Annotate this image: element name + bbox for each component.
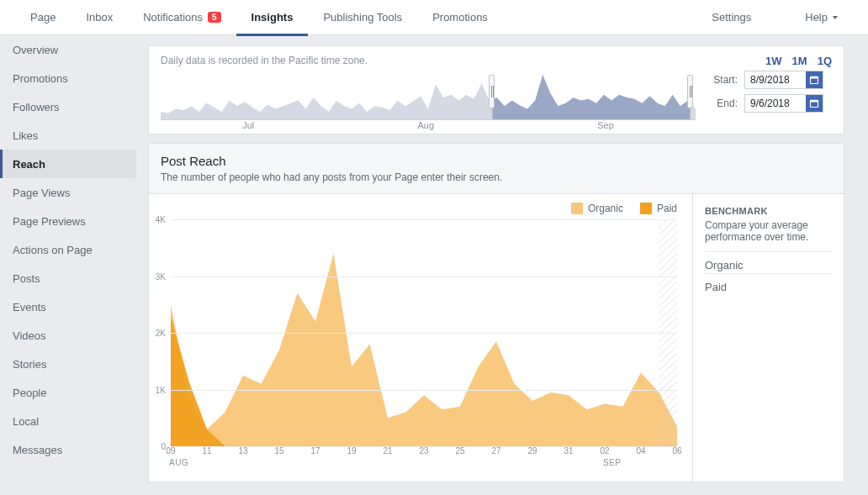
top-nav: PageInboxNotifications5InsightsPublishin… <box>0 0 868 35</box>
sidebar-item-overview[interactable]: Overview <box>0 35 136 64</box>
end-date-label: End: <box>706 97 738 109</box>
sidebar-item-actions-on-page[interactable]: Actions on Page <box>0 235 136 264</box>
sidebar-item-videos[interactable]: Videos <box>0 321 136 350</box>
chevron-down-icon <box>833 16 838 19</box>
range-handle-end[interactable] <box>687 75 693 108</box>
date-range-panel: Daily data is recorded in the Pacific ti… <box>148 45 844 134</box>
sidebar-item-local[interactable]: Local <box>0 407 136 435</box>
benchmark-title: BENCHMARK <box>705 206 832 216</box>
x-tick: 21 <box>383 446 392 456</box>
x-tick: 02 <box>600 446 609 456</box>
x-tick: 13 <box>238 446 247 456</box>
tab-insights[interactable]: Insights <box>236 0 309 35</box>
x-tick: 27 <box>491 446 500 456</box>
svg-rect-7 <box>811 100 818 102</box>
x-tick: 11 <box>202 446 211 456</box>
x-tick: 06 <box>672 446 681 456</box>
month-label: Aug <box>417 120 434 130</box>
x-tick: 31 <box>564 446 573 456</box>
month-label: Jul <box>242 120 254 130</box>
sidebar-item-posts[interactable]: Posts <box>0 264 136 292</box>
sidebar-item-followers[interactable]: Followers <box>0 92 136 121</box>
page-title: Post Reach <box>161 154 832 168</box>
tab-promotions[interactable]: Promotions <box>417 0 503 35</box>
sidebar-item-page-views[interactable]: Page Views <box>0 178 136 207</box>
y-tick: 3K <box>156 271 166 281</box>
x-month-label: AUG <box>169 458 188 467</box>
start-date-label: Start: <box>706 74 738 86</box>
svg-rect-5 <box>811 76 818 78</box>
start-date-input[interactable]: 8/9/2018 <box>744 71 823 89</box>
range-1q[interactable]: 1Q <box>818 55 832 67</box>
x-tick: 23 <box>419 446 428 456</box>
sidebar-item-events[interactable]: Events <box>0 292 136 321</box>
sidebar-item-likes[interactable]: Likes <box>0 121 136 150</box>
timezone-note: Daily data is recorded in the Pacific ti… <box>161 55 696 66</box>
x-tick: 04 <box>636 446 645 456</box>
x-tick: 19 <box>347 446 356 456</box>
legend-paid[interactable]: Paid <box>640 203 677 214</box>
x-month-label: SEP <box>603 458 622 467</box>
tab-page[interactable]: Page <box>15 0 71 35</box>
calendar-icon[interactable] <box>806 95 823 112</box>
sidebar-item-messages[interactable]: Messages <box>0 435 136 464</box>
mini-chart[interactable] <box>161 70 696 120</box>
sidebar-item-people[interactable]: People <box>0 378 136 407</box>
sidebar-item-page-previews[interactable]: Page Previews <box>0 207 136 235</box>
benchmark-paid[interactable]: Paid <box>705 273 832 295</box>
y-tick: 4K <box>156 215 166 224</box>
chart-legend: Organic Paid <box>171 203 677 214</box>
y-tick: 1K <box>156 385 166 394</box>
y-tick: 2K <box>156 329 166 338</box>
page-subtitle: The number of people who had any posts f… <box>161 171 832 183</box>
post-reach-panel: Post Reach The number of people who had … <box>148 143 844 482</box>
calendar-icon[interactable] <box>806 71 823 88</box>
x-tick: 25 <box>455 446 464 456</box>
x-tick: 09 <box>166 446 175 456</box>
range-1w[interactable]: 1W <box>765 55 782 67</box>
y-tick: 0 <box>161 442 166 451</box>
sidebar-item-reach[interactable]: Reach <box>0 150 136 178</box>
end-date-input[interactable]: 9/6/2018 <box>744 94 823 113</box>
x-tick: 15 <box>274 446 283 456</box>
sidebar-item-stories[interactable]: Stories <box>0 350 136 378</box>
range-handle-start[interactable] <box>489 75 495 108</box>
nav-settings[interactable]: Settings <box>696 0 766 35</box>
legend-organic[interactable]: Organic <box>571 203 623 214</box>
reach-chart[interactable]: 01K2K3K4K <box>171 219 677 446</box>
notifications-badge: 5 <box>208 12 221 23</box>
x-tick: 17 <box>310 446 320 456</box>
benchmark-organic[interactable]: Organic <box>705 251 832 273</box>
sidebar-item-promotions[interactable]: Promotions <box>0 64 136 92</box>
sidebar: OverviewPromotionsFollowersLikesReachPag… <box>0 35 136 495</box>
benchmark-panel: BENCHMARK Compare your average performan… <box>692 194 844 482</box>
range-1m[interactable]: 1M <box>792 55 807 67</box>
x-tick: 29 <box>527 446 537 456</box>
tab-inbox[interactable]: Inbox <box>71 0 128 35</box>
tab-publishing-tools[interactable]: Publishing Tools <box>308 0 417 35</box>
month-label: Sep <box>597 120 614 130</box>
nav-help[interactable]: Help <box>790 0 853 35</box>
benchmark-desc: Compare your average performance over ti… <box>705 219 832 243</box>
tab-notifications[interactable]: Notifications5 <box>128 0 236 35</box>
